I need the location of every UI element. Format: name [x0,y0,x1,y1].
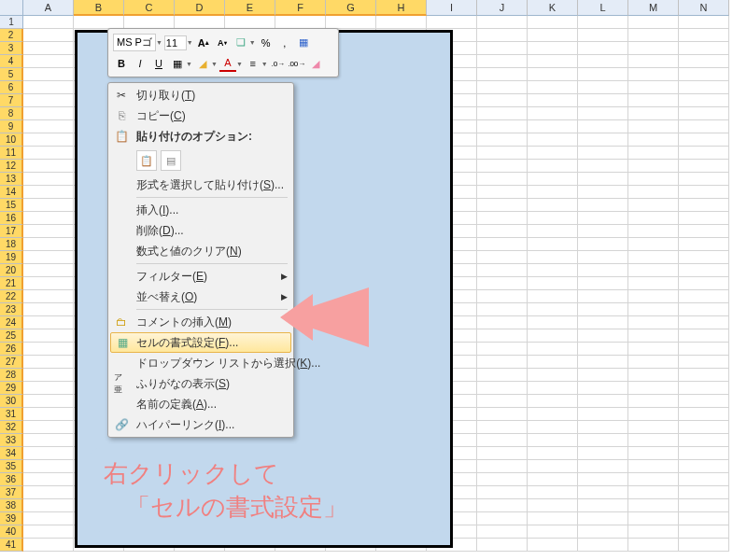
cell[interactable] [23,94,74,107]
cell[interactable] [528,486,578,499]
cell[interactable] [477,343,528,356]
row-header[interactable]: 31 [0,408,23,421]
cell[interactable] [376,16,427,29]
row-header[interactable]: 24 [0,316,23,329]
font-size-select[interactable]: 11 [164,35,187,50]
cell[interactable] [679,29,729,42]
cell[interactable] [477,290,528,303]
menu-insert[interactable]: 挿入(I)... [110,200,291,220]
cell[interactable] [628,395,679,408]
row-header[interactable]: 34 [0,447,23,460]
cell[interactable] [477,94,528,107]
cell[interactable] [23,512,74,525]
cell[interactable] [578,199,628,212]
cell[interactable] [528,68,578,81]
cell[interactable] [23,107,74,120]
cell[interactable] [528,356,578,369]
cell[interactable] [679,303,729,316]
cell[interactable] [23,395,74,408]
col-header-K[interactable]: K [528,0,578,16]
cell[interactable] [528,343,578,356]
cell[interactable] [528,460,578,473]
cell[interactable] [477,539,528,552]
cell[interactable] [679,68,729,81]
cell[interactable] [628,277,679,290]
cell[interactable] [578,473,628,486]
cell[interactable] [23,408,74,421]
cell[interactable] [628,81,679,94]
cell[interactable] [578,173,628,186]
cell[interactable] [628,16,679,29]
cell[interactable] [679,160,729,173]
cell[interactable] [679,525,729,539]
col-header-G[interactable]: G [326,0,376,16]
cell[interactable] [528,55,578,68]
menu-delete[interactable]: 削除(D)... [110,220,291,241]
cell[interactable] [23,55,74,68]
row-header[interactable]: 18 [0,238,23,251]
cell[interactable] [578,460,628,473]
font-name-select[interactable]: MS Pゴ [113,34,156,51]
row-header[interactable]: 23 [0,303,23,316]
col-header-M[interactable]: M [628,0,679,16]
cell[interactable] [528,16,578,29]
cell[interactable] [23,356,74,369]
cell[interactable] [477,147,528,160]
cell[interactable] [477,238,528,251]
cell[interactable] [528,382,578,395]
row-header[interactable]: 15 [0,199,23,212]
align-button[interactable]: ≡ [245,55,261,72]
cell[interactable] [679,329,729,343]
cell[interactable] [628,473,679,486]
row-header[interactable]: 3 [0,42,23,55]
cell[interactable] [628,512,679,525]
menu-insert-comment[interactable]: 🗀 コメントの挿入(M) [110,312,291,332]
cell[interactable] [578,499,628,512]
clear-button[interactable]: ◢ [307,55,324,72]
cell[interactable] [578,421,628,434]
cell[interactable] [628,68,679,81]
cell[interactable] [578,512,628,525]
cell[interactable] [477,303,528,316]
cell[interactable] [578,251,628,264]
cell[interactable] [679,460,729,473]
cell[interactable] [578,356,628,369]
cell[interactable] [628,55,679,68]
menu-hyperlink[interactable]: 🔗 ハイパーリンク(I)... [110,414,291,435]
cell[interactable] [628,369,679,382]
menu-phonetic[interactable]: ア亜 ふりがなの表示(S) [110,373,291,394]
cell[interactable] [477,173,528,186]
cell[interactable] [528,29,578,42]
cell[interactable] [23,486,74,499]
cell[interactable] [578,277,628,290]
cell[interactable] [679,225,729,238]
cell[interactable] [628,264,679,277]
cell[interactable] [578,160,628,173]
cell[interactable] [679,421,729,434]
cell[interactable] [23,68,74,81]
cell[interactable] [23,329,74,343]
cell[interactable] [528,264,578,277]
fill-color-button[interactable]: ◢ [194,55,211,72]
cell[interactable] [477,356,528,369]
row-header[interactable]: 1 [0,16,23,29]
row-header[interactable]: 16 [0,212,23,225]
row-header[interactable]: 37 [0,486,23,499]
cell[interactable] [23,525,74,539]
menu-cut[interactable]: ✂ 切り取り(T) [110,85,291,105]
menu-dropdown-select[interactable]: ドロップダウン リストから選択(K)... [110,353,291,373]
cell[interactable] [23,120,74,133]
row-header[interactable]: 38 [0,499,23,512]
cell[interactable] [477,212,528,225]
cell[interactable] [628,539,679,552]
cell[interactable] [477,486,528,499]
menu-define-name[interactable]: 名前の定義(A)... [110,394,291,414]
cell[interactable] [477,16,528,29]
format-painter-button[interactable]: ❏ [233,35,249,51]
cell[interactable] [679,277,729,290]
cell[interactable] [628,199,679,212]
cell[interactable] [477,421,528,434]
row-header[interactable]: 22 [0,290,23,303]
cell[interactable] [628,460,679,473]
row-header[interactable]: 26 [0,343,23,356]
